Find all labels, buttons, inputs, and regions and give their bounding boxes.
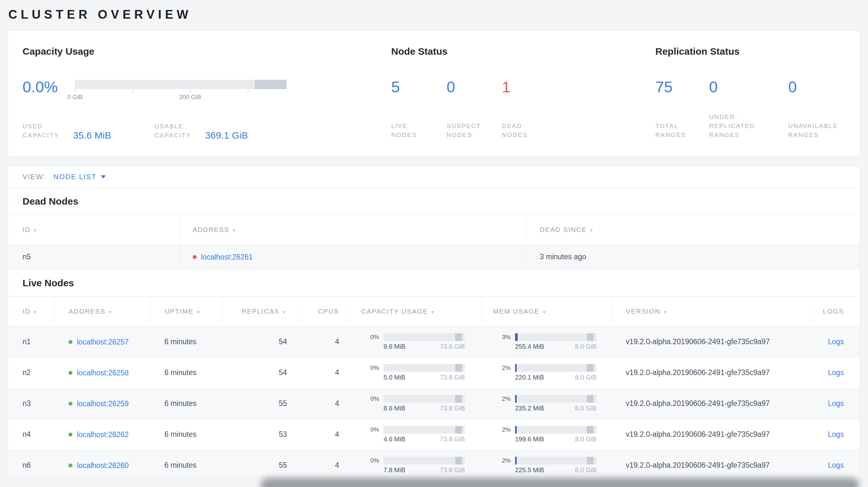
column-header-uptime[interactable]: UPTIME▼ [150, 297, 222, 326]
node-address-cell: localhost:26259 [54, 388, 150, 419]
usage-bar-marker [455, 457, 462, 464]
capacity-usage-cell: 0% 5.0 MiB73.8 GiB [349, 357, 481, 388]
usage-percent: 0% [370, 333, 381, 340]
logs-link[interactable]: Logs [828, 430, 844, 439]
capacity-usage-title: Capacity Usage [23, 45, 391, 58]
logs-link[interactable]: Logs [828, 337, 844, 346]
node-address-link[interactable]: localhost:26257 [77, 338, 129, 347]
capacity-usage-section: Capacity Usage 0.0% 0 GiB 200 Gi [23, 45, 391, 140]
usage-bar-marker [587, 395, 594, 403]
logs-cell: Logs [814, 326, 860, 357]
sort-arrow-icon: ▼ [108, 310, 113, 315]
usage-bar-marker [587, 457, 594, 464]
healthy-status-dot-icon [68, 433, 72, 436]
usage-bar-marker [587, 426, 594, 433]
usage-percent: 2% [502, 395, 513, 402]
usage-bar-marker [587, 333, 594, 341]
column-header-version[interactable]: VERSION▼ [613, 297, 814, 326]
usage-bar-track [383, 426, 465, 433]
unavailable-count: 0 [788, 78, 824, 96]
column-header-logs: LOGS [814, 297, 860, 326]
column-header-mem-usage[interactable]: MEM USAGE▼ [481, 297, 613, 326]
node-address-link[interactable]: localhost:26258 [77, 369, 129, 377]
column-header-label: ADDRESS [69, 307, 105, 315]
node-version: v19.2.0-alpha.20190606-2491-gfe735c9a97 [613, 388, 814, 419]
capacity-bar [75, 80, 287, 89]
mem-usage-bar: 2% 220.1 MiB8.0 GiB [502, 364, 596, 381]
usage-percent: 0% [370, 426, 381, 433]
node-uptime: 6 minutes [150, 388, 222, 419]
view-bar: VIEW: NODE LIST [8, 166, 860, 188]
view-label: VIEW: [23, 173, 46, 181]
table-row: n3 localhost:26259 6 minutes 55 4 0% 8.6… [8, 388, 860, 419]
usage-used-value: 9.6 MiB [383, 343, 405, 350]
node-address-link[interactable]: localhost:26262 [77, 430, 129, 439]
node-cpus: 4 [301, 326, 349, 357]
replication-status-title: Replication Status [655, 45, 845, 58]
column-header-label: CAPACITY USAGE [361, 307, 428, 315]
node-uptime: 6 minutes [150, 326, 222, 357]
live-nodes-stat: 5 LIVE NODES [391, 78, 446, 140]
usage-used-value: 255.4 MiB [515, 343, 544, 350]
dead-nodes-header-row: ID▼ ADDRESS▼ DEAD SINCE▼ [8, 215, 860, 245]
node-status-stats: 5 LIVE NODES 0 SUSPECT NODES 1 DEAD NODE… [391, 78, 655, 140]
usage-bar-track [515, 395, 596, 403]
axis-tick [132, 90, 133, 92]
usage-percent: 0% [370, 364, 381, 371]
under-replicated-count: 0 [709, 78, 788, 96]
column-header-replicas[interactable]: REPLICAS▼ [222, 297, 301, 326]
column-header-label: ID [23, 226, 31, 233]
node-cpus: 4 [301, 357, 349, 388]
logs-link[interactable]: Logs [828, 461, 844, 469]
replication-status-section: Replication Status 75 TOTAL RANGES 0 UND… [655, 45, 845, 140]
usage-total-value: 73.8 GiB [440, 343, 465, 350]
sort-arrow-icon: ▼ [33, 310, 38, 315]
table-row: n6 localhost:26260 6 minutes 55 4 0% 7.8… [8, 450, 860, 477]
capacity-chart-row: 0.0% 0 GiB 200 GiB [23, 78, 391, 101]
sort-arrow-icon: ▼ [430, 310, 435, 315]
column-header-label: UPTIME [165, 307, 194, 315]
column-header-label: CPUS [318, 307, 339, 315]
usage-total-value: 73.8 GiB [440, 374, 465, 381]
logs-link[interactable]: Logs [828, 399, 844, 408]
usage-used-value: 235.2 MiB [515, 404, 544, 412]
dead-status-dot-icon [193, 255, 196, 259]
usable-capacity-stat: USABLE CAPACITY 369.1 GiB [154, 122, 248, 140]
capacity-usage-cell: 0% 9.6 MiB73.8 GiB [349, 326, 481, 357]
suspect-nodes-label: SUSPECT NODES [446, 122, 483, 140]
usage-bar-track [515, 333, 596, 341]
usage-percent: 2% [502, 457, 513, 464]
dead-nodes-label: DEAD NODES [502, 122, 538, 140]
node-list-dropdown[interactable]: NODE LIST [53, 173, 106, 181]
dead-since-value: 3 minutes ago [526, 245, 860, 269]
dead-node-address-cell: localhost:26261 [180, 245, 526, 269]
column-header-label: LOGS [823, 307, 844, 315]
usage-total-value: 8.0 GiB [575, 374, 596, 381]
node-address-link[interactable]: localhost:26261 [201, 253, 253, 261]
table-row: n4 localhost:26262 6 minutes 53 4 0% 4.6… [8, 419, 860, 450]
node-address-link[interactable]: localhost:26260 [77, 461, 129, 470]
usage-total-value: 8.0 GiB [575, 466, 596, 474]
column-header-dead-since[interactable]: DEAD SINCE▼ [526, 215, 860, 245]
healthy-status-dot-icon [68, 463, 72, 467]
column-header-label: MEM USAGE [493, 307, 540, 315]
capacity-bar-chart: 0 GiB 200 GiB [75, 78, 287, 101]
logs-link[interactable]: Logs [828, 368, 844, 377]
column-header-id[interactable]: ID▼ [8, 297, 54, 326]
column-header-address[interactable]: ADDRESS▼ [54, 297, 150, 326]
mem-usage-cell: 2% 225.5 MiB8.0 GiB [481, 450, 613, 477]
mem-usage-bar: 2% 235.2 MiB8.0 GiB [502, 395, 596, 412]
node-address-link[interactable]: localhost:26259 [77, 399, 129, 408]
axis-tick [190, 90, 191, 92]
column-header-capacity-usage[interactable]: CAPACITY USAGE▼ [349, 297, 481, 326]
dead-nodes-stat: 1 DEAD NODES [502, 78, 557, 140]
usage-used-value: 199.6 MiB [515, 435, 544, 443]
window-shadow-artifact [260, 478, 859, 487]
column-header-address[interactable]: ADDRESS▼ [180, 215, 526, 245]
healthy-status-dot-icon [68, 371, 72, 375]
usage-used-value: 8.6 MiB [383, 404, 405, 412]
capacity-usage-bar: 0% 7.8 MiB73.8 GiB [370, 457, 465, 474]
usage-used-value: 225.5 MiB [515, 466, 544, 474]
column-header-id[interactable]: ID▼ [8, 215, 180, 245]
column-header-label: ADDRESS [193, 226, 229, 233]
